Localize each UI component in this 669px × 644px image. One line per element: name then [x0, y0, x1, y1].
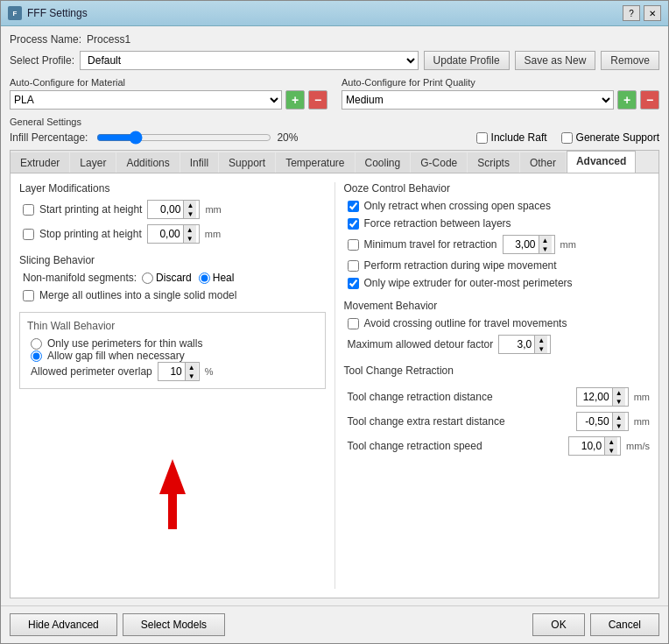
profile-label: Select Profile:	[10, 54, 74, 67]
left-panel: Layer Modifications Start printing at he…	[19, 182, 335, 589]
retract-open-checkbox[interactable]	[348, 201, 359, 212]
ok-button[interactable]: OK	[532, 613, 584, 636]
ooze-title: Ooze Control Behavior	[344, 182, 651, 195]
min-travel-spinbox: ▲ ▼	[503, 235, 555, 254]
tab-temperature[interactable]: Temperature	[276, 152, 354, 173]
gap-fill-radio[interactable]	[31, 350, 42, 362]
process-label: Process Name:	[10, 33, 81, 46]
min-travel-up[interactable]: ▲	[539, 236, 552, 244]
tc-distance-up[interactable]: ▲	[613, 388, 625, 397]
start-height-down[interactable]: ▼	[184, 209, 196, 218]
start-height-input[interactable]	[148, 202, 183, 216]
tc-distance-down[interactable]: ▼	[613, 397, 625, 406]
update-profile-button[interactable]: Update Profile	[424, 51, 510, 70]
start-height-row: Start printing at height ▲ ▼ mm	[19, 200, 326, 219]
wipe-movement-checkbox[interactable]	[348, 260, 359, 272]
detour-down[interactable]: ▼	[535, 344, 547, 353]
tab-additions[interactable]: Additions	[116, 152, 179, 173]
overlap-label: Allowed perimeter overlap	[31, 365, 152, 378]
infill-slider[interactable]	[96, 131, 271, 145]
profile-row: Select Profile: Default Update Profile S…	[10, 51, 659, 70]
avoid-checkbox[interactable]	[348, 318, 359, 329]
save-as-new-button[interactable]: Save as New	[515, 51, 596, 70]
stop-height-input[interactable]	[148, 227, 183, 241]
thin-wall-section: Thin Wall Behavior Only use perimeters f…	[19, 312, 326, 389]
merge-label: Merge all outlines into a single solid m…	[39, 289, 236, 301]
tool-change-section: Tool Change Retraction Tool change retra…	[344, 364, 651, 456]
discard-radio-item: Discard	[142, 272, 192, 284]
avoid-row: Avoid crossing outline for travel moveme…	[344, 317, 651, 329]
tc-distance-input[interactable]	[577, 390, 612, 404]
overlap-input[interactable]	[158, 364, 185, 379]
select-models-button[interactable]: Select Models	[123, 613, 225, 636]
slicing-title: Slicing Behavior	[19, 254, 326, 266]
stop-height-down[interactable]: ▼	[184, 234, 196, 243]
include-raft-checkbox[interactable]	[476, 132, 488, 144]
infill-value: 20%	[277, 131, 298, 144]
tc-restart-down[interactable]: ▼	[613, 421, 625, 430]
include-raft-label: Include Raft	[491, 131, 547, 144]
tab-gcode[interactable]: G-Code	[411, 152, 467, 173]
material-select-row: PLA + −	[10, 90, 327, 110]
wipe-outer-checkbox[interactable]	[348, 278, 359, 289]
remove-material-button[interactable]: −	[308, 90, 327, 110]
remove-button[interactable]: Remove	[601, 51, 659, 70]
generate-support-checkbox[interactable]	[561, 132, 573, 144]
auto-config-row: Auto-Configure for Material PLA + − Auto…	[10, 75, 659, 110]
min-travel-input[interactable]	[504, 237, 539, 251]
force-retract-label: Force retraction between layers	[364, 217, 511, 230]
close-button[interactable]: ✕	[644, 5, 661, 21]
svg-marker-1	[159, 459, 186, 529]
min-travel-checkbox[interactable]	[348, 239, 359, 251]
tc-speed-down[interactable]: ▼	[605, 446, 617, 455]
heal-label: Heal	[213, 272, 235, 284]
tc-restart-up[interactable]: ▲	[613, 413, 625, 421]
tab-scripts[interactable]: Scripts	[468, 152, 519, 173]
force-retract-checkbox[interactable]	[348, 218, 359, 230]
profile-select[interactable]: Default	[80, 51, 419, 70]
detour-input[interactable]	[499, 337, 534, 351]
tab-other[interactable]: Other	[520, 152, 566, 173]
tab-support[interactable]: Support	[219, 152, 275, 173]
movement-section: Movement Behavior Avoid crossing outline…	[344, 300, 651, 354]
add-material-button[interactable]: +	[285, 90, 305, 110]
retract-open-row: Only retract when crossing open spaces	[344, 200, 651, 212]
window-title: FFF Settings	[27, 7, 88, 19]
remove-quality-button[interactable]: −	[640, 90, 659, 110]
bottom-bar: Hide Advanced Select Models OK Cancel	[1, 605, 668, 643]
tc-distance-unit: mm	[634, 392, 650, 402]
start-height-checkbox[interactable]	[23, 204, 34, 216]
overlap-up[interactable]: ▲	[186, 363, 198, 372]
tc-distance-row: Tool change retraction distance ▲ ▼ mm	[344, 387, 651, 407]
tab-extruder[interactable]: Extruder	[11, 152, 69, 173]
help-button[interactable]: ?	[623, 5, 640, 21]
stop-height-up[interactable]: ▲	[184, 225, 196, 234]
tab-infill[interactable]: Infill	[180, 152, 218, 173]
overlap-down[interactable]: ▼	[186, 372, 198, 380]
overlap-unit: %	[205, 366, 214, 377]
detour-up[interactable]: ▲	[535, 336, 547, 344]
non-manifold-label: Non-manifold segments:	[23, 272, 137, 284]
material-select[interactable]: PLA	[10, 90, 282, 110]
perimeters-radio[interactable]	[31, 338, 42, 350]
tc-distance-label: Tool change retraction distance	[348, 391, 571, 403]
start-height-up[interactable]: ▲	[184, 201, 196, 209]
discard-radio[interactable]	[142, 272, 153, 284]
merge-checkbox[interactable]	[23, 290, 34, 301]
quality-select[interactable]: Medium	[342, 90, 614, 110]
heal-radio[interactable]	[199, 272, 210, 284]
hide-advanced-button[interactable]: Hide Advanced	[10, 613, 117, 636]
cancel-button[interactable]: Cancel	[590, 613, 659, 636]
add-quality-button[interactable]: +	[617, 90, 637, 110]
infill-label: Infill Percentage:	[10, 131, 88, 144]
tab-layer[interactable]: Layer	[70, 152, 116, 173]
stop-height-checkbox[interactable]	[23, 229, 34, 240]
tc-restart-input[interactable]	[577, 414, 612, 428]
tab-cooling[interactable]: Cooling	[356, 152, 411, 173]
detour-row: Maximum allowed detour factor ▲ ▼	[344, 335, 651, 354]
tc-speed-up[interactable]: ▲	[605, 437, 617, 446]
tc-speed-input[interactable]	[569, 439, 604, 453]
auto-material-label: Auto-Configure for Material	[10, 77, 327, 88]
tab-advanced[interactable]: Advanced	[567, 151, 636, 173]
min-travel-down[interactable]: ▼	[539, 244, 552, 253]
